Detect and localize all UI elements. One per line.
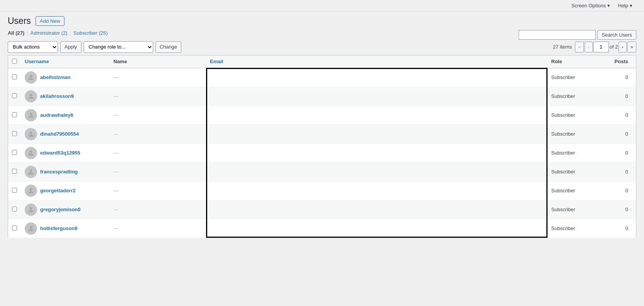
row-name: — (110, 106, 206, 124)
col-email-label: Email (210, 59, 223, 64)
svg-point-1 (30, 94, 32, 96)
row-checkbox[interactable] (12, 207, 17, 212)
avatar-icon (27, 149, 35, 157)
row-email (206, 219, 548, 238)
username-link[interactable]: edward53q12955 (40, 150, 80, 156)
row-name: — (110, 87, 206, 106)
filter-administrator[interactable]: Administrator (2) (30, 30, 68, 36)
user-avatar (25, 222, 37, 235)
col-header-username: Username (21, 55, 110, 68)
row-checkbox[interactable] (12, 188, 17, 193)
col-header-posts: Posts (605, 55, 636, 68)
row-checkbox[interactable] (12, 225, 17, 230)
tablenav-top: Bulk actions Apply Change role to... Cha… (8, 41, 636, 53)
row-checkbox[interactable] (12, 131, 17, 136)
username-link[interactable]: abelholzman (40, 74, 71, 80)
row-email (206, 200, 548, 219)
username-link[interactable]: georgettaderr2 (40, 188, 76, 193)
avatar-icon (27, 206, 35, 214)
row-checkbox[interactable] (12, 93, 17, 98)
row-email (206, 106, 548, 124)
avatar-icon (27, 130, 35, 138)
svg-point-7 (30, 207, 32, 210)
row-username: gregoryjemison0 (21, 200, 110, 219)
row-role: Subscriber (548, 87, 605, 106)
change-button[interactable]: Change (156, 41, 182, 53)
username-link[interactable]: francespradling (40, 169, 78, 175)
next-page-button[interactable]: › (619, 42, 626, 52)
user-avatar (25, 185, 37, 197)
row-posts: 0 (605, 200, 636, 219)
table-row: edward53q12955 — Subscriber 0 (8, 143, 636, 162)
username-link[interactable]: dinahd79500554 (40, 131, 79, 137)
prev-page-button[interactable]: ‹ (585, 42, 592, 52)
page-title: Users (8, 15, 31, 27)
user-avatar (25, 203, 37, 216)
filter-administrator-label: Administrator (30, 30, 60, 36)
user-avatar (25, 147, 37, 159)
help-label: Help (618, 3, 628, 8)
row-cb (8, 68, 21, 87)
page-number-input[interactable] (593, 42, 609, 52)
avatar-icon (27, 111, 35, 119)
last-page-button[interactable]: » (627, 42, 636, 52)
avatar-icon (27, 225, 35, 232)
svg-point-8 (30, 226, 32, 229)
username-link[interactable]: gregoryjemison0 (40, 207, 81, 212)
apply-button[interactable]: Apply (60, 41, 81, 53)
sort-username-link[interactable]: Username (25, 59, 49, 64)
row-posts: 0 (605, 87, 636, 106)
col-header-cb (8, 55, 21, 68)
table-row: francespradling — Subscriber 0 (8, 162, 636, 181)
row-email (206, 124, 548, 143)
change-role-select[interactable]: Change role to... (84, 41, 153, 53)
row-email (206, 68, 548, 87)
table-row: abelholzman — Subscriber 0 (8, 68, 636, 87)
filter-all[interactable]: All (27) (8, 30, 24, 36)
table-row: hollisferguson9 — Subscriber 0 (8, 219, 636, 238)
items-count: 27 items (553, 44, 572, 50)
username-link[interactable]: akilahrosson9 (40, 93, 74, 99)
user-avatar (25, 71, 37, 84)
avatar-icon (27, 74, 35, 81)
col-username-label: Username (25, 59, 49, 64)
username-link[interactable]: hollisferguson9 (40, 225, 78, 231)
col-header-role: Role (548, 55, 605, 68)
top-header-row: All (27) | Administrator (2) | Subscribe… (8, 30, 636, 40)
help-button[interactable]: Help ▾ (614, 0, 636, 12)
search-users-button[interactable]: Search Users (597, 30, 636, 40)
screen-options-button[interactable]: Screen Options ▾ (568, 0, 614, 12)
row-cb (8, 162, 21, 181)
sort-email-link[interactable]: Email (210, 59, 223, 64)
row-checkbox[interactable] (12, 150, 17, 155)
first-page-button[interactable]: « (575, 42, 584, 52)
row-email (206, 162, 548, 181)
table-row: gregoryjemison0 — Subscriber 0 (8, 200, 636, 219)
row-name: — (110, 181, 206, 200)
select-all-checkbox[interactable] (12, 59, 17, 64)
user-avatar (25, 166, 37, 178)
table-head: Username Name Email Role (8, 55, 636, 68)
filter-subscriber[interactable]: Subscriber (25) (73, 30, 108, 36)
svg-point-4 (30, 150, 32, 153)
add-new-button[interactable]: Add New (35, 16, 64, 26)
row-cb (8, 143, 21, 162)
row-role: Subscriber (548, 162, 605, 181)
row-checkbox[interactable] (12, 74, 17, 79)
main-wrap: Users Add New All (27) | Administrator (… (0, 12, 644, 306)
filter-administrator-count: (2) (61, 30, 68, 36)
row-name: — (110, 219, 206, 238)
bulk-actions-select[interactable]: Bulk actions (8, 41, 58, 53)
search-input[interactable] (519, 30, 596, 40)
table-container: Username Name Email Role (8, 55, 636, 238)
table-row: georgettaderr2 — Subscriber 0 (8, 181, 636, 200)
row-checkbox[interactable] (12, 169, 17, 174)
pagination: « ‹ of 2 › » (575, 42, 636, 52)
row-checkbox[interactable] (12, 112, 17, 117)
row-name: — (110, 68, 206, 87)
row-name: — (110, 200, 206, 219)
table-header-row: Username Name Email Role (8, 55, 636, 68)
of-label: of 2 (610, 44, 618, 50)
username-link[interactable]: audrawhaley6 (40, 112, 73, 118)
svg-point-3 (30, 131, 32, 134)
